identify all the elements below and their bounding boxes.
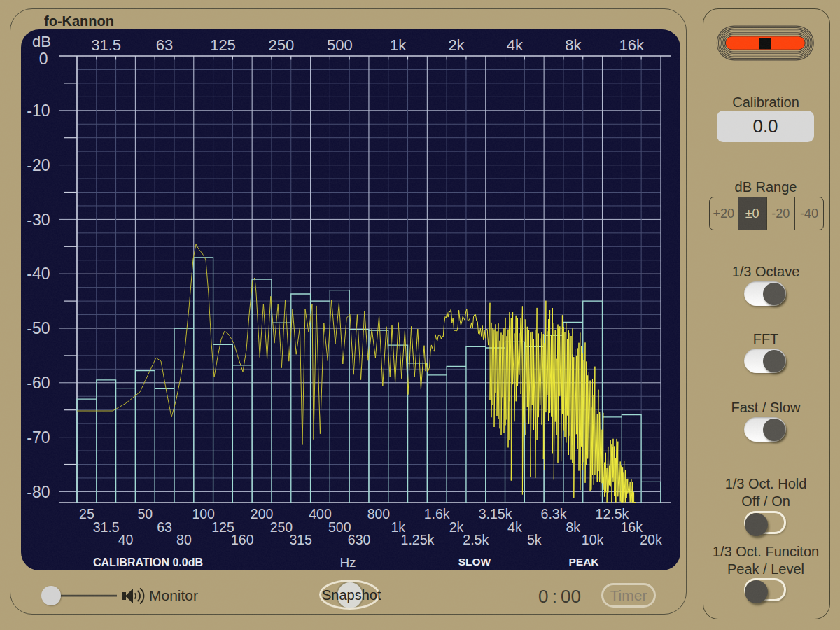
- svg-text:-60: -60: [27, 374, 50, 392]
- svg-text:8k: 8k: [566, 519, 580, 535]
- svg-text:63: 63: [156, 36, 173, 54]
- svg-text:1.6k: 1.6k: [424, 506, 450, 522]
- svg-text:31.5: 31.5: [93, 519, 120, 535]
- svg-text:-40: -40: [27, 265, 50, 283]
- svg-text:160: 160: [231, 532, 254, 547]
- svg-text:250: 250: [269, 36, 295, 54]
- svg-text:500: 500: [327, 36, 353, 54]
- svg-text:-80: -80: [27, 483, 50, 501]
- svg-text:-70: -70: [27, 428, 50, 447]
- svg-text:8k: 8k: [565, 36, 582, 54]
- svg-text:16k: 16k: [619, 36, 644, 54]
- svg-text:4k: 4k: [507, 519, 522, 535]
- svg-text:PEAK: PEAK: [568, 556, 599, 568]
- svg-text:-50: -50: [27, 319, 50, 337]
- svg-text:25: 25: [79, 506, 94, 522]
- svg-text:-30: -30: [27, 211, 50, 229]
- svg-text:1k: 1k: [390, 36, 407, 54]
- svg-text:800: 800: [368, 506, 391, 522]
- svg-text:CALIBRATION 0.0dB: CALIBRATION 0.0dB: [93, 556, 203, 568]
- svg-text:-10: -10: [27, 102, 50, 120]
- svg-text:40: 40: [118, 532, 134, 547]
- svg-text:SLOW: SLOW: [458, 556, 491, 568]
- svg-text:10k: 10k: [582, 532, 604, 547]
- svg-text:125: 125: [210, 36, 236, 54]
- svg-text:50: 50: [137, 506, 153, 522]
- svg-text:dB: dB: [32, 33, 51, 50]
- svg-text:2.5k: 2.5k: [463, 532, 489, 547]
- svg-text:630: 630: [348, 532, 371, 547]
- svg-text:2k: 2k: [448, 36, 465, 54]
- svg-text:6.3k: 6.3k: [541, 506, 567, 522]
- svg-text:80: 80: [176, 532, 192, 547]
- svg-text:0: 0: [39, 50, 48, 68]
- svg-text:Hz: Hz: [340, 555, 356, 570]
- svg-text:315: 315: [289, 532, 312, 547]
- svg-text:31.5: 31.5: [91, 36, 121, 54]
- svg-text:63: 63: [157, 519, 172, 535]
- svg-text:-20: -20: [27, 156, 50, 174]
- svg-text:4k: 4k: [507, 36, 524, 54]
- svg-text:1.25k: 1.25k: [401, 532, 435, 547]
- svg-text:20k: 20k: [640, 532, 662, 547]
- svg-text:2k: 2k: [449, 519, 464, 535]
- svg-text:5k: 5k: [527, 532, 542, 547]
